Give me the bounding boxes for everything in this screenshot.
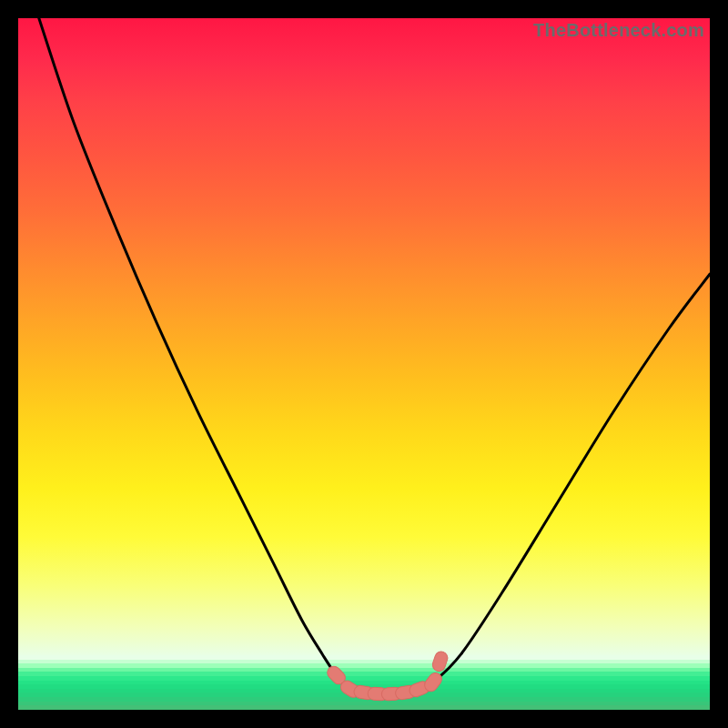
plot-area: [18, 18, 710, 710]
watermark-text: TheBottleneck.com: [533, 20, 704, 41]
highlight-markers: [325, 650, 450, 701]
bottleneck-curve: [39, 18, 710, 694]
curve-layer: [18, 18, 710, 710]
